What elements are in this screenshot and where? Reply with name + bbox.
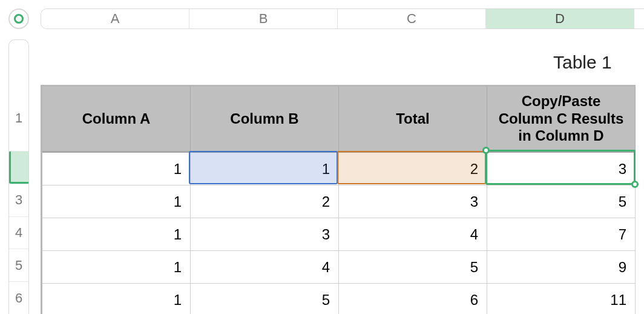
table-header-c[interactable]: Total (339, 87, 487, 153)
cell-d5[interactable]: 9 (487, 251, 636, 284)
select-all-button[interactable] (8, 8, 29, 29)
cell-a2[interactable]: 1 (42, 153, 191, 185)
cell-b3[interactable]: 2 (191, 185, 339, 218)
cell-c5[interactable]: 5 (339, 251, 487, 284)
table-grid: Column A Column B Total Copy/Paste Colum… (41, 85, 636, 314)
row-header-4[interactable]: 4 (9, 216, 28, 249)
row-headers: 1 2 3 4 5 6 (8, 39, 29, 314)
cell-c2[interactable]: 2 (339, 153, 487, 185)
table-row: 1 5 6 11 (42, 284, 636, 314)
row-header-6[interactable]: 6 (9, 281, 28, 314)
cell-d3[interactable]: 5 (487, 185, 636, 218)
cell-c3[interactable]: 3 (339, 185, 487, 218)
column-header-b[interactable]: B (189, 9, 338, 28)
cell-d6[interactable]: 11 (487, 284, 636, 314)
column-headers: A B C D (41, 8, 644, 29)
cell-d2[interactable]: 3 (487, 153, 636, 185)
row-header-3[interactable]: 3 (9, 184, 28, 216)
cell-d4[interactable]: 7 (487, 218, 636, 251)
column-header-d[interactable]: D (486, 9, 634, 28)
table-header-d[interactable]: Copy/Paste Column C Results in Column D (487, 87, 636, 153)
cell-b6[interactable]: 5 (191, 284, 339, 314)
cell-b2[interactable]: 1 (191, 153, 339, 185)
cell-c4[interactable]: 4 (339, 218, 487, 251)
table-row: 1 3 4 7 (42, 218, 636, 251)
table-row: 1 1 2 3 (42, 153, 636, 185)
row-header-1[interactable]: 1 (9, 85, 28, 152)
table-row: 1 4 5 9 (42, 251, 636, 284)
cell-b4[interactable]: 3 (191, 218, 339, 251)
cell-b5[interactable]: 4 (191, 251, 339, 284)
column-header-c[interactable]: C (338, 9, 486, 28)
table-row: 1 2 3 5 (42, 185, 636, 218)
row-header-5[interactable]: 5 (9, 249, 28, 281)
sheet-canvas[interactable]: Table 1 Column A Column B Total Copy/Pas… (41, 39, 644, 314)
table-header-b[interactable]: Column B (191, 87, 339, 153)
cell-a3[interactable]: 1 (42, 185, 191, 218)
table-header-a[interactable]: Column A (42, 87, 191, 153)
cell-a6[interactable]: 1 (42, 284, 191, 314)
row-header-2[interactable]: 2 (9, 151, 29, 184)
cell-a5[interactable]: 1 (42, 251, 191, 284)
select-all-icon (14, 14, 24, 24)
cell-c6[interactable]: 6 (339, 284, 487, 314)
table-header-row: Column A Column B Total Copy/Paste Colum… (42, 87, 636, 153)
column-header-a[interactable]: A (41, 9, 189, 28)
table-title[interactable]: Table 1 (41, 39, 644, 85)
cell-a4[interactable]: 1 (42, 218, 191, 251)
